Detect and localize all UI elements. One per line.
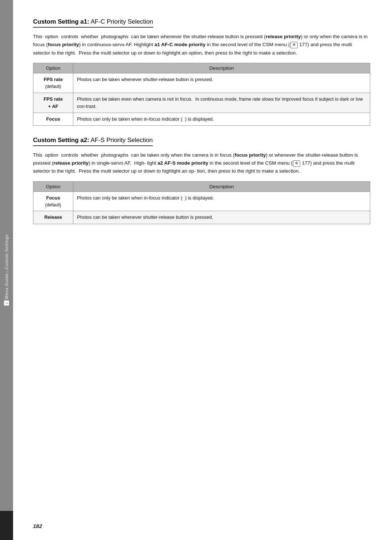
table-row: Focus (default) Photos can only be taken… xyxy=(33,192,370,211)
table-row: FPS rate+ AF Photos can be taken even wh… xyxy=(33,93,370,113)
option-focus-a2: Focus (default) xyxy=(33,192,73,211)
page-wrapper: ✏ Menu Guide—Custom Settings Custom Sett… xyxy=(0,0,392,540)
fps-rate-af-label: FPS rate+ AF xyxy=(44,96,63,109)
csm-icon: ⚙ xyxy=(290,42,298,48)
option-focus: Focus xyxy=(33,113,73,125)
page-number: 182 xyxy=(33,523,42,529)
release-label: Release xyxy=(44,214,62,220)
section-a1-heading: Custom Setting a1: AF-C Priority Selecti… xyxy=(33,18,153,28)
section-a2-body: This option controls whether photographs… xyxy=(33,151,370,176)
section-a1-table: Option Description FPS rate (default) Ph… xyxy=(33,63,370,126)
sidebar-label: Menu Guide—Custom Settings xyxy=(4,234,9,299)
option-fps-rate: FPS rate (default) xyxy=(33,73,73,93)
a1-mode-priority-bold: a1 AF-C mode priority xyxy=(155,42,206,47)
release-priority-a2-bold: release priority xyxy=(53,160,89,166)
section-a2-heading-normal: AF-S Priority Selection xyxy=(89,137,153,144)
focus-label: Focus xyxy=(46,116,60,122)
table-row: Focus Photos can only be taken when in-f… xyxy=(33,113,370,125)
sidebar-bottom-block xyxy=(0,511,13,540)
focus-a2-default: (default) xyxy=(37,202,69,209)
focus-a2-description: Photos can only be taken when in-focus i… xyxy=(73,192,370,211)
fps-rate-label: FPS rate xyxy=(44,77,63,82)
option-release: Release xyxy=(33,211,73,224)
table-header-description-a2: Description xyxy=(73,181,370,192)
release-description: Photos can be taken whenever shutter-rel… xyxy=(73,211,370,224)
section-a1-heading-normal: AF-C Priority Selection xyxy=(89,18,153,25)
focus-priority-bold: focus priority xyxy=(48,42,79,47)
table-header-row: Option Description xyxy=(33,63,370,73)
section-a2-heading: Custom Setting a2: AF-S Priority Selecti… xyxy=(33,137,153,146)
fps-rate-default: (default) xyxy=(37,83,69,90)
focus-description: Photos can only be taken when in-focus i… xyxy=(73,113,370,125)
csm-icon-a2: ⚙ xyxy=(293,160,300,167)
section-a2-heading-bold: Custom Setting a2: xyxy=(33,137,89,144)
table-row: FPS rate (default) Photos can be taken w… xyxy=(33,73,370,93)
sidebar-tab-text: ✏ Menu Guide—Custom Settings xyxy=(4,234,9,306)
focus-a2-label: Focus xyxy=(46,195,60,201)
release-priority-bold: release priority xyxy=(266,34,301,39)
sidebar-tab: ✏ Menu Guide—Custom Settings xyxy=(0,0,13,540)
table-header-option: Option xyxy=(33,63,73,73)
section-a1-heading-bold: Custom Setting a1: xyxy=(33,18,89,25)
menu-guide-icon: ✏ xyxy=(4,301,9,306)
table-row: Release Photos can be taken whenever shu… xyxy=(33,211,370,224)
section-a2-table: Option Description Focus (default) Photo… xyxy=(33,181,370,224)
table-header-row: Option Description xyxy=(33,181,370,192)
main-content: Custom Setting a1: AF-C Priority Selecti… xyxy=(13,0,392,540)
table-header-description: Description xyxy=(73,63,370,73)
table-header-option-a2: Option xyxy=(33,181,73,192)
fps-rate-af-description: Photos can be taken even when camera is … xyxy=(73,93,370,113)
section-a1-body: This option controls whether photographs… xyxy=(33,33,370,57)
fps-rate-description: Photos can be taken whenever shutter-rel… xyxy=(73,73,370,93)
option-fps-rate-af: FPS rate+ AF xyxy=(33,93,73,113)
a2-mode-priority-bold: a2 AF-S mode priority xyxy=(158,160,208,166)
focus-priority-a2-bold: focus priority xyxy=(234,152,266,158)
